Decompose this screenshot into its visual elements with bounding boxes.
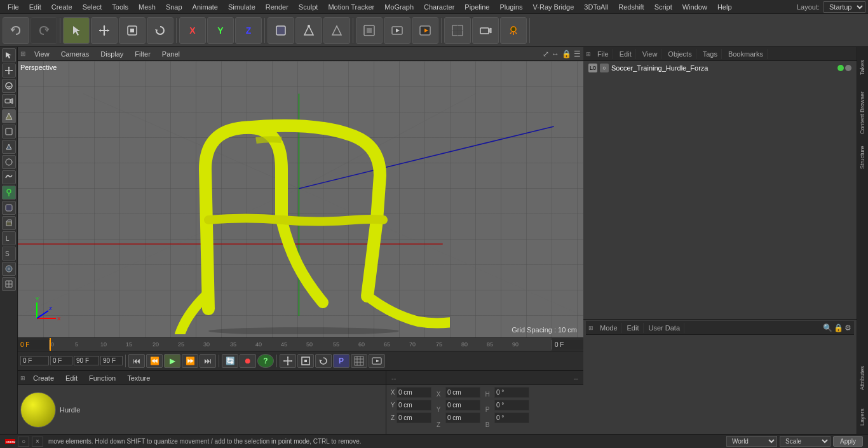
tab-file[interactable]: File — [593, 49, 613, 59]
z-axis-button[interactable]: Z — [235, 17, 262, 44]
sidebar-btn-grid[interactable] — [2, 277, 16, 291]
mat-menu-texture[interactable]: Texture — [122, 373, 155, 383]
sidebar-btn-soft[interactable] — [2, 262, 16, 276]
loop-button[interactable]: 🔄 — [222, 354, 238, 368]
mat-menu-create[interactable]: Create — [28, 373, 59, 383]
light-button[interactable] — [500, 17, 527, 44]
vp-icon-menu[interactable]: ☰ — [574, 50, 581, 58]
point-mode-button[interactable] — [295, 17, 322, 44]
frame-end-input[interactable] — [74, 356, 99, 365]
frame-start-input[interactable] — [20, 356, 49, 365]
render-picture-viewer-button[interactable] — [412, 17, 438, 44]
sidebar-btn-knife[interactable]: L — [2, 231, 16, 245]
vp-icon-move[interactable]: ↔ — [552, 50, 559, 58]
front-view-button[interactable] — [444, 17, 471, 44]
attr-userdata-tab[interactable]: User Data — [645, 323, 685, 333]
step-back-button[interactable]: ⏪ — [146, 354, 163, 368]
mat-menu-edit[interactable]: Edit — [60, 373, 83, 383]
menu-tools[interactable]: Tools — [107, 2, 133, 12]
object-mode-button[interactable] — [268, 17, 294, 44]
scale-dropdown[interactable]: Scale — [780, 436, 831, 447]
object-visibility-dot[interactable] — [837, 65, 844, 71]
sidebar-btn-2[interactable] — [2, 64, 16, 78]
menu-pipeline[interactable]: Pipeline — [459, 2, 494, 12]
vp-menu-view[interactable]: View — [29, 49, 55, 59]
sidebar-btn-4[interactable] — [2, 94, 16, 108]
menu-mesh[interactable]: Mesh — [133, 2, 161, 12]
step-forward-button[interactable]: ⏩ — [182, 354, 198, 368]
select-tool-button[interactable] — [63, 17, 90, 44]
attr-settings-icon[interactable]: ⚙ — [844, 323, 851, 332]
vp-menu-cameras[interactable]: Cameras — [56, 49, 95, 59]
menu-plugins[interactable]: Plugins — [494, 2, 527, 12]
menu-render[interactable]: Render — [261, 2, 294, 12]
vtab-attributes[interactable]: Attributes — [857, 356, 867, 400]
h-input[interactable] — [494, 387, 529, 398]
help-button[interactable]: ? — [257, 354, 274, 368]
rx-input[interactable] — [445, 387, 480, 398]
p-input[interactable] — [494, 400, 529, 411]
viewport[interactable]: Perspective — [18, 61, 583, 337]
menu-character[interactable]: Character — [419, 2, 459, 12]
sidebar-btn-5[interactable] — [2, 109, 16, 123]
vp-menu-display[interactable]: Display — [95, 49, 128, 59]
tab-objects[interactable]: Objects — [664, 49, 696, 59]
vtab-content-browser[interactable]: Content Browser — [857, 87, 867, 138]
menu-motion-tracker[interactable]: Motion Tracker — [323, 2, 379, 12]
attr-search-icon[interactable]: 🔍 — [823, 323, 832, 332]
ry-input[interactable] — [445, 400, 480, 411]
record-button[interactable]: ⏺ — [240, 354, 256, 368]
render-small-button[interactable] — [369, 354, 385, 368]
scale-tool-button[interactable] — [119, 17, 146, 44]
snap-rotate-button[interactable] — [315, 354, 332, 368]
menu-script[interactable]: Script — [649, 2, 677, 12]
vp-icon-arrows[interactable]: ⤢ — [543, 50, 549, 58]
b-input[interactable] — [494, 412, 529, 423]
render-active-view-button[interactable] — [384, 17, 410, 44]
menu-redshift[interactable]: Redshift — [613, 2, 649, 12]
object-render-dot[interactable] — [845, 65, 851, 71]
vp-menu-panel[interactable]: Panel — [157, 49, 185, 59]
go-start-button[interactable]: ⏮ — [128, 354, 145, 368]
tab-edit[interactable]: Edit — [616, 49, 636, 59]
tab-bookmarks[interactable]: Bookmarks — [724, 49, 768, 59]
status-icon-2[interactable]: × — [32, 437, 43, 447]
edge-mode-button[interactable] — [323, 17, 350, 44]
snap-move-button[interactable] — [280, 354, 296, 368]
mat-menu-function[interactable]: Function — [84, 373, 121, 383]
x-pos-input[interactable] — [397, 387, 431, 398]
sidebar-btn-sculpt[interactable] — [2, 170, 16, 184]
snap-grid-button[interactable] — [351, 354, 367, 368]
frame-end2-input[interactable] — [100, 356, 123, 365]
snap-scale-button[interactable] — [297, 354, 314, 368]
y-pos-input[interactable] — [397, 400, 431, 411]
timeline-ruler[interactable]: 0 5 10 15 20 25 30 35 40 45 50 55 60 65 … — [50, 337, 552, 351]
menu-vray[interactable]: V-Ray Bridge — [528, 2, 580, 12]
object-list-item[interactable]: L0 ○ Soccer_Training_Hurdle_Forza — [586, 62, 854, 74]
vp-menu-filter[interactable]: Filter — [130, 49, 155, 59]
menu-file[interactable]: File — [3, 2, 24, 12]
menu-window[interactable]: Window — [677, 2, 712, 12]
sidebar-btn-bend[interactable] — [2, 201, 16, 215]
play-button[interactable]: ▶ — [164, 354, 180, 368]
menu-select[interactable]: Select — [78, 2, 107, 12]
go-end-button[interactable]: ⏭ — [200, 354, 216, 368]
menu-sculpt[interactable]: Sculpt — [294, 2, 323, 12]
sidebar-btn-8[interactable] — [2, 155, 16, 169]
move-tool-button[interactable] — [91, 17, 118, 44]
status-icon-1[interactable]: ○ — [18, 437, 29, 447]
sidebar-btn-spline[interactable]: S — [2, 247, 16, 261]
menu-animate[interactable]: Animate — [187, 2, 223, 12]
vtab-takes[interactable]: Takes — [857, 48, 867, 86]
vtab-layers[interactable]: Layers — [857, 401, 867, 433]
vp-icon-lock[interactable]: 🔒 — [562, 50, 571, 58]
undo-button[interactable] — [3, 17, 29, 44]
apply-button[interactable]: Apply — [833, 436, 863, 447]
rotate-tool-button[interactable] — [147, 17, 173, 44]
menu-edit[interactable]: Edit — [24, 2, 46, 12]
sidebar-btn-3[interactable] — [2, 79, 16, 93]
material-ball[interactable] — [20, 392, 56, 428]
frame-min-input[interactable] — [50, 356, 72, 365]
attr-mode-tab[interactable]: Mode — [596, 323, 622, 333]
render-region-button[interactable] — [356, 17, 383, 44]
